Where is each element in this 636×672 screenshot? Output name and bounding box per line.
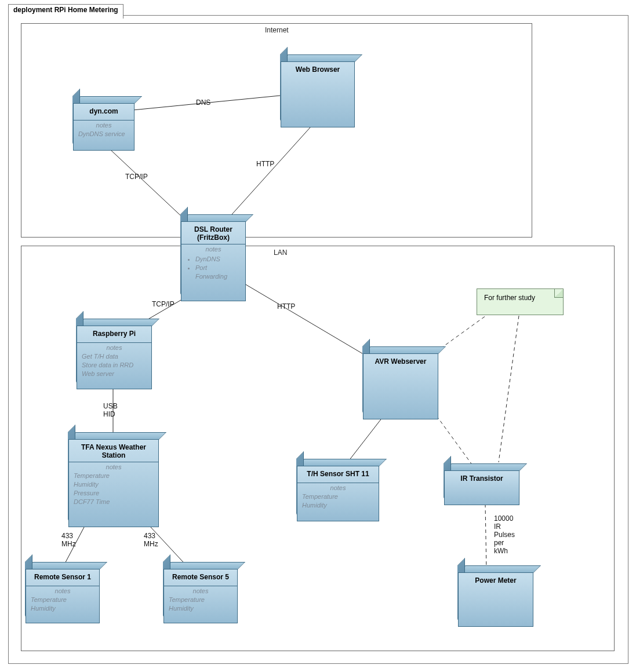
- node-avr-title: AVR Webserver: [364, 354, 438, 368]
- node-router-notes-h: notes: [181, 246, 245, 253]
- label-irpulses: 10000 IR Pulses per kWh: [494, 514, 515, 555]
- node-rpi-notes: Get T/H data Store data in RRD Web serve…: [77, 351, 151, 382]
- node-pmeter-title: Power Meter: [459, 573, 533, 587]
- label-433-1: 433 MHz: [61, 532, 76, 548]
- label-http2: HTTP: [277, 302, 295, 311]
- node-rpi-title: Raspberry Pi: [77, 326, 151, 340]
- node-dyn-notes: DynDNS service: [74, 129, 134, 142]
- package-title: deployment RPi Home Metering: [8, 4, 123, 19]
- node-rs1-notes: Temperature Humidity: [26, 594, 99, 616]
- label-tcpip2: TCP/IP: [152, 300, 175, 308]
- node-rs5-title: Remote Sensor 5: [164, 569, 237, 583]
- label-433-2: 433 MHz: [144, 532, 158, 548]
- label-http1: HTTP: [256, 160, 274, 168]
- node-dyn-title: dyn.com: [74, 104, 134, 118]
- router-bullet-2: Port Forwarding: [195, 264, 241, 281]
- diagram-canvas: deployment RPi Home Metering Internet LA…: [0, 0, 636, 672]
- node-sht-title: T/H Sensor SHT 11: [297, 466, 379, 480]
- uml-note-text: For further study: [477, 289, 563, 306]
- node-router-title1: DSL Router: [181, 222, 245, 233]
- node-rs1-notes-h: notes: [26, 587, 99, 594]
- router-bullet-1: DynDNS: [195, 255, 241, 264]
- node-sht-notes: Temperature Humidity: [297, 491, 379, 513]
- node-sht-notes-h: notes: [297, 484, 379, 491]
- uml-note: For further study: [477, 288, 564, 315]
- node-tfa-title1: TFA Nexus Weather: [69, 440, 158, 451]
- node-tfa-notes: Temperature Humidity Pressure DCF77 Time: [69, 470, 158, 509]
- node-irtran-title: IR Transistor: [445, 471, 519, 485]
- label-dns: DNS: [196, 98, 210, 107]
- node-router-title2: (FritzBox): [181, 233, 245, 242]
- node-router-notes: DynDNS Port Forwarding: [181, 253, 245, 284]
- node-rs5-notes: Temperature Humidity: [164, 594, 237, 616]
- node-dyn-notes-h: notes: [74, 122, 134, 129]
- boundary-internet-label: Internet: [265, 26, 289, 34]
- node-tfa-notes-h: notes: [69, 463, 158, 470]
- node-tfa-title2: Station: [69, 451, 158, 459]
- label-tcpip1: TCP/IP: [125, 173, 148, 181]
- node-rs1-title: Remote Sensor 1: [26, 569, 99, 583]
- node-rpi-notes-h: notes: [77, 344, 151, 351]
- boundary-lan-label: LAN: [274, 249, 287, 257]
- node-browser-title: Web Browser: [281, 62, 354, 76]
- label-usb: USB HID: [103, 402, 118, 418]
- node-rs5-notes-h: notes: [164, 587, 237, 594]
